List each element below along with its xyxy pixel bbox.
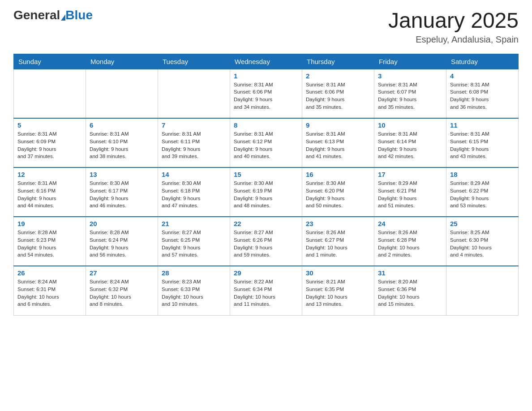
column-header-thursday: Thursday <box>302 54 374 69</box>
day-number: 17 <box>378 171 442 178</box>
day-info: Sunrise: 8:22 AMSunset: 6:34 PMDaylight:… <box>234 278 298 308</box>
calendar-cell: 5Sunrise: 8:31 AMSunset: 6:09 PMDaylight… <box>14 118 86 167</box>
day-info: Sunrise: 8:31 AMSunset: 6:16 PMDaylight:… <box>17 180 82 210</box>
day-info: Sunrise: 8:28 AMSunset: 6:23 PMDaylight:… <box>17 229 82 259</box>
calendar-cell: 18Sunrise: 8:29 AMSunset: 6:22 PMDayligh… <box>446 167 519 217</box>
day-info: Sunrise: 8:29 AMSunset: 6:21 PMDaylight:… <box>378 180 442 210</box>
day-number: 8 <box>234 121 298 129</box>
day-info: Sunrise: 8:31 AMSunset: 6:11 PMDaylight:… <box>162 130 226 160</box>
calendar-cell <box>14 69 86 118</box>
column-header-wednesday: Wednesday <box>230 54 302 69</box>
calendar-cell: 2Sunrise: 8:31 AMSunset: 6:06 PMDaylight… <box>302 69 374 118</box>
calendar-cell: 20Sunrise: 8:28 AMSunset: 6:24 PMDayligh… <box>86 217 158 266</box>
day-info: Sunrise: 8:31 AMSunset: 6:07 PMDaylight:… <box>378 81 442 111</box>
calendar-table: SundayMondayTuesdayWednesdayThursdayFrid… <box>13 54 519 316</box>
calendar-week-row: 12Sunrise: 8:31 AMSunset: 6:16 PMDayligh… <box>14 167 519 217</box>
calendar-cell: 23Sunrise: 8:26 AMSunset: 6:27 PMDayligh… <box>302 217 374 266</box>
calendar-cell: 24Sunrise: 8:26 AMSunset: 6:28 PMDayligh… <box>374 217 446 266</box>
calendar-cell: 9Sunrise: 8:31 AMSunset: 6:13 PMDaylight… <box>302 118 374 167</box>
logo: General Blue <box>13 9 93 21</box>
day-info: Sunrise: 8:23 AMSunset: 6:33 PMDaylight:… <box>162 278 226 308</box>
day-info: Sunrise: 8:31 AMSunset: 6:15 PMDaylight:… <box>450 130 515 160</box>
column-header-sunday: Sunday <box>14 54 86 69</box>
calendar-cell: 12Sunrise: 8:31 AMSunset: 6:16 PMDayligh… <box>14 167 86 217</box>
day-number: 18 <box>450 171 515 178</box>
day-number: 9 <box>306 121 370 129</box>
day-info: Sunrise: 8:20 AMSunset: 6:36 PMDaylight:… <box>378 278 442 308</box>
calendar-cell: 28Sunrise: 8:23 AMSunset: 6:33 PMDayligh… <box>158 266 230 315</box>
day-info: Sunrise: 8:26 AMSunset: 6:27 PMDaylight:… <box>306 229 370 259</box>
day-number: 21 <box>162 220 226 227</box>
day-info: Sunrise: 8:31 AMSunset: 6:12 PMDaylight:… <box>234 130 298 160</box>
day-number: 7 <box>162 121 226 129</box>
day-info: Sunrise: 8:25 AMSunset: 6:30 PMDaylight:… <box>450 229 515 259</box>
day-info: Sunrise: 8:29 AMSunset: 6:22 PMDaylight:… <box>450 180 515 210</box>
column-header-monday: Monday <box>86 54 158 69</box>
calendar-week-row: 19Sunrise: 8:28 AMSunset: 6:23 PMDayligh… <box>14 217 519 266</box>
day-number: 16 <box>306 171 370 178</box>
calendar-cell: 6Sunrise: 8:31 AMSunset: 6:10 PMDaylight… <box>86 118 158 167</box>
calendar-week-row: 1Sunrise: 8:31 AMSunset: 6:06 PMDaylight… <box>14 69 519 118</box>
day-number: 29 <box>234 269 298 277</box>
day-number: 15 <box>234 171 298 178</box>
day-info: Sunrise: 8:28 AMSunset: 6:24 PMDaylight:… <box>90 229 154 259</box>
day-info: Sunrise: 8:31 AMSunset: 6:08 PMDaylight:… <box>450 81 515 111</box>
day-number: 27 <box>90 269 154 277</box>
location-subtitle: Espeluy, Andalusia, Spain <box>388 34 519 45</box>
day-number: 31 <box>378 269 442 277</box>
calendar-cell <box>158 69 230 118</box>
day-number: 25 <box>450 220 515 227</box>
calendar-cell: 21Sunrise: 8:27 AMSunset: 6:25 PMDayligh… <box>158 217 230 266</box>
calendar-cell: 1Sunrise: 8:31 AMSunset: 6:06 PMDaylight… <box>230 69 302 118</box>
calendar-cell <box>446 266 519 315</box>
day-info: Sunrise: 8:21 AMSunset: 6:35 PMDaylight:… <box>306 278 370 308</box>
month-title: January 2025 <box>388 9 519 33</box>
day-number: 6 <box>90 121 154 129</box>
day-number: 1 <box>234 72 298 80</box>
day-number: 3 <box>378 72 442 80</box>
calendar-cell: 30Sunrise: 8:21 AMSunset: 6:35 PMDayligh… <box>302 266 374 315</box>
logo-blue-text: Blue <box>65 9 93 21</box>
day-info: Sunrise: 8:31 AMSunset: 6:06 PMDaylight:… <box>306 81 370 111</box>
calendar-cell: 7Sunrise: 8:31 AMSunset: 6:11 PMDaylight… <box>158 118 230 167</box>
day-info: Sunrise: 8:26 AMSunset: 6:28 PMDaylight:… <box>378 229 442 259</box>
day-info: Sunrise: 8:24 AMSunset: 6:32 PMDaylight:… <box>90 278 154 308</box>
calendar-cell: 19Sunrise: 8:28 AMSunset: 6:23 PMDayligh… <box>14 217 86 266</box>
calendar-cell: 10Sunrise: 8:31 AMSunset: 6:14 PMDayligh… <box>374 118 446 167</box>
day-info: Sunrise: 8:31 AMSunset: 6:14 PMDaylight:… <box>378 130 442 160</box>
day-info: Sunrise: 8:30 AMSunset: 6:17 PMDaylight:… <box>90 180 154 210</box>
day-info: Sunrise: 8:30 AMSunset: 6:20 PMDaylight:… <box>306 180 370 210</box>
day-number: 22 <box>234 220 298 227</box>
day-info: Sunrise: 8:31 AMSunset: 6:10 PMDaylight:… <box>90 130 154 160</box>
day-info: Sunrise: 8:30 AMSunset: 6:18 PMDaylight:… <box>162 180 226 210</box>
calendar-cell: 31Sunrise: 8:20 AMSunset: 6:36 PMDayligh… <box>374 266 446 315</box>
column-header-friday: Friday <box>374 54 446 69</box>
day-number: 5 <box>17 121 82 129</box>
day-number: 23 <box>306 220 370 227</box>
calendar-cell: 29Sunrise: 8:22 AMSunset: 6:34 PMDayligh… <box>230 266 302 315</box>
day-number: 19 <box>17 220 82 227</box>
day-number: 28 <box>162 269 226 277</box>
calendar-cell: 8Sunrise: 8:31 AMSunset: 6:12 PMDaylight… <box>230 118 302 167</box>
logo-triangle-icon <box>61 14 65 21</box>
title-section: January 2025 Espeluy, Andalusia, Spain <box>388 9 519 45</box>
calendar-cell: 4Sunrise: 8:31 AMSunset: 6:08 PMDaylight… <box>446 69 519 118</box>
calendar-cell: 16Sunrise: 8:30 AMSunset: 6:20 PMDayligh… <box>302 167 374 217</box>
calendar-week-row: 5Sunrise: 8:31 AMSunset: 6:09 PMDaylight… <box>14 118 519 167</box>
calendar-cell: 25Sunrise: 8:25 AMSunset: 6:30 PMDayligh… <box>446 217 519 266</box>
day-number: 11 <box>450 121 515 129</box>
calendar-cell: 3Sunrise: 8:31 AMSunset: 6:07 PMDaylight… <box>374 69 446 118</box>
day-number: 14 <box>162 171 226 178</box>
calendar-cell: 17Sunrise: 8:29 AMSunset: 6:21 PMDayligh… <box>374 167 446 217</box>
day-number: 24 <box>378 220 442 227</box>
logo-general-text: General <box>13 9 60 21</box>
calendar-cell: 27Sunrise: 8:24 AMSunset: 6:32 PMDayligh… <box>86 266 158 315</box>
page-header: General Blue January 2025 Espeluy, Andal… <box>13 9 519 45</box>
calendar-cell: 15Sunrise: 8:30 AMSunset: 6:19 PMDayligh… <box>230 167 302 217</box>
day-number: 13 <box>90 171 154 178</box>
calendar-week-row: 26Sunrise: 8:24 AMSunset: 6:31 PMDayligh… <box>14 266 519 315</box>
day-info: Sunrise: 8:27 AMSunset: 6:26 PMDaylight:… <box>234 229 298 259</box>
calendar-header-row: SundayMondayTuesdayWednesdayThursdayFrid… <box>14 54 519 69</box>
day-info: Sunrise: 8:31 AMSunset: 6:06 PMDaylight:… <box>234 81 298 111</box>
day-number: 12 <box>17 171 82 178</box>
